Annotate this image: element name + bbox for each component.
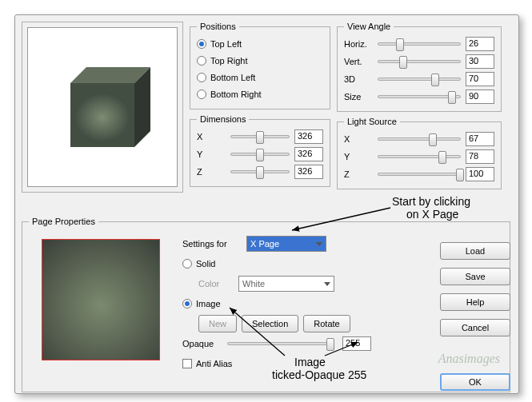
va-horiz-value[interactable]: 26 — [466, 37, 494, 51]
settings-for-dropdown[interactable]: X Page — [246, 236, 326, 252]
light-group: Light Source X 67 Y 78 Z 100 — [337, 117, 502, 189]
radio-icon — [182, 299, 192, 308]
ls-y-slider[interactable] — [378, 155, 461, 158]
radio-solid[interactable]: Solid — [182, 255, 406, 273]
dimensions-legend: Dimensions — [197, 114, 249, 124]
light-legend: Light Source — [344, 117, 400, 126]
load-button[interactable]: Load — [440, 242, 510, 260]
dim-z-slider[interactable] — [230, 170, 290, 173]
ls-x-label: X — [344, 134, 373, 144]
dim-z-value[interactable]: 326 — [294, 165, 323, 179]
dimensions-group: Dimensions X 326 Y 326 Z 326 — [190, 114, 330, 187]
preview-box — [22, 22, 183, 193]
viewangle-legend: View Angle — [344, 22, 394, 31]
viewangle-group: View Angle Horiz. 26 Vert. 30 3D 70 — [337, 22, 502, 112]
selection-button[interactable]: Selection — [242, 315, 298, 332]
ls-x-row: X 67 — [344, 131, 494, 147]
chevron-down-icon — [316, 242, 322, 246]
va-size-value[interactable]: 90 — [466, 90, 494, 104]
va-size-label: Size — [344, 92, 373, 101]
image-label: Image — [196, 299, 221, 308]
positions-legend: Positions — [197, 22, 239, 31]
opaque-value[interactable]: 255 — [342, 336, 371, 351]
new-button[interactable]: New — [198, 315, 237, 332]
va-horiz-slider[interactable] — [378, 42, 461, 46]
radio-label: Top Left — [210, 39, 242, 49]
anti-alias-label: Anti Alias — [196, 359, 232, 368]
radio-label: Top Right — [210, 56, 247, 66]
color-label: Color — [198, 279, 238, 289]
dim-z-label: Z — [197, 167, 226, 177]
va-vert-label: Vert. — [344, 57, 373, 66]
radio-label: Bottom Right — [210, 90, 262, 99]
radio-icon — [197, 73, 206, 82]
page-swatch — [42, 239, 160, 360]
svg-point-3 — [75, 94, 130, 141]
opaque-label: Opaque — [182, 339, 222, 348]
va-vert-row: Vert. 30 — [344, 54, 494, 70]
va-3d-row: 3D 70 — [344, 71, 494, 87]
ls-z-slider[interactable] — [378, 173, 461, 176]
dim-x-row: X 326 — [197, 129, 323, 145]
radio-top-left[interactable]: Top Left — [197, 37, 323, 51]
dim-x-slider[interactable] — [230, 135, 290, 138]
va-vert-slider[interactable] — [378, 60, 461, 63]
ls-x-value[interactable]: 67 — [466, 132, 494, 146]
help-button[interactable]: Help — [440, 293, 510, 311]
dim-y-value[interactable]: 326 — [294, 147, 323, 161]
va-vert-value[interactable]: 30 — [466, 54, 494, 69]
cube-icon — [42, 47, 162, 167]
radio-icon — [182, 259, 192, 269]
page-properties-legend: Page Properties — [29, 217, 98, 226]
va-horiz-row: Horiz. 26 — [344, 36, 494, 52]
va-size-row: Size 90 — [344, 89, 494, 105]
dim-x-label: X — [197, 132, 226, 141]
dim-y-slider[interactable] — [230, 153, 290, 156]
radio-bottom-right[interactable]: Bottom Right — [197, 87, 323, 101]
dim-y-row: Y 326 — [197, 146, 323, 162]
settings-for-label: Settings for — [182, 239, 246, 249]
radio-bottom-left[interactable]: Bottom Left — [197, 70, 323, 85]
rotate-button[interactable]: Rotate — [303, 315, 350, 332]
page-properties-group: Page Properties Settings for X Page Soli… — [22, 217, 510, 392]
settings-for-value: X Page — [250, 239, 279, 249]
va-3d-slider[interactable] — [378, 78, 461, 81]
solid-label: Solid — [196, 259, 215, 269]
opaque-slider[interactable] — [227, 342, 331, 345]
radio-icon — [197, 56, 206, 66]
checkbox-icon — [182, 359, 192, 368]
radio-label: Bottom Left — [210, 73, 255, 82]
color-dropdown[interactable]: White — [238, 276, 334, 292]
va-horiz-label: Horiz. — [344, 39, 373, 49]
radio-image[interactable]: Image — [182, 295, 406, 312]
positions-group: Positions Top Left Top Right Bottom Left… — [190, 22, 330, 109]
ls-z-label: Z — [344, 169, 373, 179]
ls-y-label: Y — [344, 152, 373, 161]
color-value: White — [242, 279, 265, 289]
radio-icon — [197, 39, 206, 49]
chevron-down-icon — [324, 282, 330, 286]
anti-alias-check[interactable]: Anti Alias — [182, 355, 406, 372]
dim-z-row: Z 326 — [197, 164, 323, 180]
preview-canvas — [27, 27, 178, 187]
cube-dialog: Positions Top Left Top Right Bottom Left… — [14, 14, 519, 394]
va-3d-value[interactable]: 70 — [466, 72, 494, 86]
ls-y-row: Y 78 — [344, 149, 494, 165]
va-3d-label: 3D — [344, 74, 373, 84]
dim-x-value[interactable]: 326 — [294, 129, 323, 144]
ok-button[interactable]: OK — [440, 373, 510, 391]
ls-z-value[interactable]: 100 — [466, 167, 494, 181]
radio-top-right[interactable]: Top Right — [197, 54, 323, 68]
va-size-slider[interactable] — [378, 95, 461, 98]
ls-x-slider[interactable] — [378, 137, 461, 141]
radio-icon — [197, 90, 206, 99]
cancel-button[interactable]: Cancel — [440, 319, 510, 336]
save-button[interactable]: Save — [440, 268, 510, 285]
dim-y-label: Y — [197, 149, 226, 159]
ls-z-row: Z 100 — [344, 166, 494, 182]
ls-y-value[interactable]: 78 — [466, 149, 494, 164]
